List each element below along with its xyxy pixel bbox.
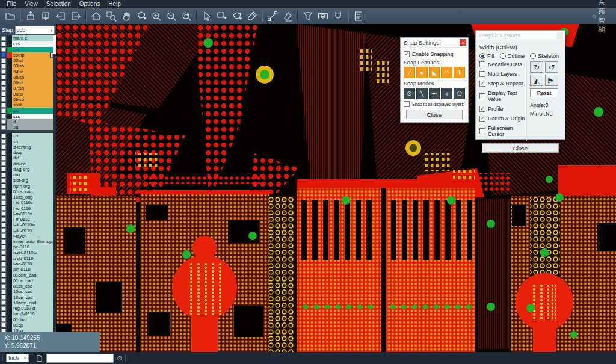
layer-visibility-checkbox[interactable] xyxy=(1,289,6,294)
layer-row-2d[interactable]: 2d xyxy=(0,125,56,130)
zoom-window-button[interactable] xyxy=(103,10,119,23)
eraser-button[interactable] xyxy=(280,10,295,23)
layer-row-sm[interactable]: sm xyxy=(0,108,56,113)
layer-visibility-checkbox[interactable] xyxy=(1,36,6,41)
layer-row-u-dd-0110w[interactable]: u-dd-0110w xyxy=(0,250,56,256)
layer-row-d[interactable]: d xyxy=(0,119,56,125)
layer-visibility-checkbox[interactable] xyxy=(1,256,6,261)
snap-profile-edge-button[interactable]: ⬠ xyxy=(454,88,465,99)
export-down-button[interactable] xyxy=(38,10,53,23)
layer-row-dwg[interactable]: dwg xyxy=(0,150,56,155)
snap-magnet-button[interactable] xyxy=(330,10,345,23)
layer-row-u-dd-0110[interactable]: u-dd-0110 xyxy=(0,256,56,261)
snap-center-button[interactable]: ⊙ xyxy=(404,88,415,99)
layer-visibility-checkbox[interactable] xyxy=(1,284,6,289)
layer-visibility-checkbox[interactable] xyxy=(1,119,6,124)
layer-row-i-rr-0110s[interactable]: i-rr-0110s xyxy=(0,211,56,217)
layer-visibility-checkbox[interactable] xyxy=(1,58,6,63)
layer-row-sn[interactable]: sn xyxy=(0,139,56,144)
layer-visibility-checkbox[interactable] xyxy=(1,81,6,85)
layer-visibility-checkbox[interactable] xyxy=(1,295,6,300)
layer-visibility-checkbox[interactable] xyxy=(1,114,6,119)
snap-slot-button[interactable]: ⌽ xyxy=(441,88,452,99)
checkbox-checked[interactable]: ✓ xyxy=(479,116,485,122)
layer-visibility-checkbox[interactable] xyxy=(1,228,6,233)
measure-button[interactable] xyxy=(265,10,280,23)
layer-visibility-checkbox[interactable] xyxy=(1,306,6,311)
layer-visibility-checkbox[interactable] xyxy=(1,75,6,79)
open-file-button[interactable] xyxy=(2,10,17,23)
layer-row-dxf-ea[interactable]: dxf-ea xyxy=(0,161,56,167)
layer-visibility-checkbox[interactable] xyxy=(1,262,6,267)
layer-row-04lst[interactable]: 04lst xyxy=(0,69,56,75)
close-icon[interactable] xyxy=(556,32,563,39)
export-right-button[interactable] xyxy=(68,10,83,23)
layer-visibility-checkbox[interactable] xyxy=(1,206,6,211)
layer-row-01ccm-cad[interactable]: 01ccm_cad xyxy=(0,273,56,278)
layer-row-dxf[interactable]: dxf xyxy=(0,155,56,161)
graphic-dialog-titlebar[interactable]: Graphic Options xyxy=(476,31,565,40)
scrollbar-thumb[interactable] xyxy=(53,35,56,54)
option-step-repeat[interactable]: ✓Step & Repeat xyxy=(479,81,526,87)
layer-visibility-checkbox[interactable] xyxy=(1,273,6,277)
snap-close-button[interactable]: Close xyxy=(406,110,463,119)
menu-options[interactable]: Options xyxy=(75,0,104,8)
unit-select[interactable]: Inch ∨ xyxy=(6,354,29,362)
layer-visibility-checkbox[interactable] xyxy=(1,189,6,194)
layer-visibility-checkbox[interactable] xyxy=(1,267,6,272)
step-select[interactable]: pcb ∨ xyxy=(15,26,55,34)
layer-visibility-checkbox[interactable] xyxy=(1,211,6,216)
highlight-brush-button[interactable] xyxy=(244,10,259,23)
option-profile[interactable]: ✓Profile xyxy=(479,106,526,112)
rotate-ccw-button[interactable]: ↺ xyxy=(545,61,558,73)
layer-row-i-aa-0110[interactable]: i-aa-0110 xyxy=(0,261,56,267)
layer-row-dwg-org[interactable]: dwg-org xyxy=(0,167,56,172)
layer-visibility-checkbox[interactable] xyxy=(1,167,6,171)
layer-row-01cs-orig[interactable]: 01cs_orig xyxy=(0,189,56,194)
layer-row-sold[interactable]: sold xyxy=(0,102,56,108)
layer-visibility-checkbox[interactable] xyxy=(1,317,6,322)
snap-text-button[interactable]: T xyxy=(454,67,465,78)
layer-visibility-checkbox[interactable] xyxy=(1,195,6,200)
layer-row-01cs-cad[interactable]: 01cs_cad xyxy=(0,283,56,289)
layer-row-01cp[interactable]: 01cp xyxy=(0,322,56,328)
checkbox-unchecked[interactable] xyxy=(479,61,485,67)
layer-row-reg-0110-d[interactable]: reg-0110-d xyxy=(0,306,56,311)
layer-visibility-checkbox[interactable] xyxy=(1,86,6,91)
rect-select-button[interactable] xyxy=(214,10,229,23)
layer-visibility-checkbox[interactable] xyxy=(1,42,6,46)
option-negative-data[interactable]: Negative Data xyxy=(479,61,526,67)
layer-row-npth-org[interactable]: npth-org xyxy=(0,184,56,189)
radio-outline[interactable]: Outline xyxy=(500,53,525,59)
layer-row-08lst[interactable]: 08lst xyxy=(0,91,56,97)
layer-row-inner-auto-film-symb[interactable]: inner_auto_film_symb xyxy=(0,239,56,244)
layer-row-10ss-orig[interactable]: 10ss_orig xyxy=(0,194,56,200)
layer-visibility-checkbox[interactable] xyxy=(1,108,6,113)
select-arrow-button[interactable] xyxy=(199,10,214,23)
import-left-button[interactable] xyxy=(53,10,68,23)
layer-row-09lsb[interactable]: 09lsb xyxy=(0,97,56,102)
layer-visibility-checkbox[interactable] xyxy=(1,139,6,144)
script-icon[interactable] xyxy=(35,354,43,362)
menu-selection[interactable]: Selection xyxy=(42,0,75,8)
snap-all-layers-checkbox[interactable]: Snap to all displayed layers xyxy=(404,101,465,107)
layer-row-02lst[interactable]: 02lst xyxy=(0,58,56,63)
layer-row-pe-0110[interactable]: pe-0110 xyxy=(0,244,56,250)
layer-row-rou[interactable]: rou xyxy=(0,172,56,177)
layer-visibility-checkbox[interactable] xyxy=(1,156,6,161)
layer-row-css[interactable]: css xyxy=(0,41,56,46)
layer-row-i-dd-0110w[interactable]: i-dd-0110w xyxy=(0,222,56,227)
layer-row-06lst[interactable]: 06lst xyxy=(0,80,56,85)
layer-row-d-tenting[interactable]: d-tenting xyxy=(0,144,56,150)
layer-row-i-rc-0110[interactable]: i-rc-0110 xyxy=(0,206,56,211)
layer-visibility-checkbox[interactable] xyxy=(1,239,6,244)
layer-row-i-rr-0110[interactable]: i-rr-0110 xyxy=(0,217,56,222)
layer-visibility-checkbox[interactable] xyxy=(1,184,6,188)
layer-row-cn[interactable]: cn xyxy=(0,133,56,138)
layer-visibility-checkbox[interactable] xyxy=(1,178,6,183)
snap-dialog-titlebar[interactable]: Snap Settings x xyxy=(401,38,468,48)
snap-key-button[interactable]: ⊸ xyxy=(429,88,440,99)
layer-row-10scm-cad[interactable]: 10scm_cad xyxy=(0,300,56,306)
close-icon[interactable]: x xyxy=(460,39,466,46)
layer-visibility-checkbox[interactable] xyxy=(1,69,6,74)
